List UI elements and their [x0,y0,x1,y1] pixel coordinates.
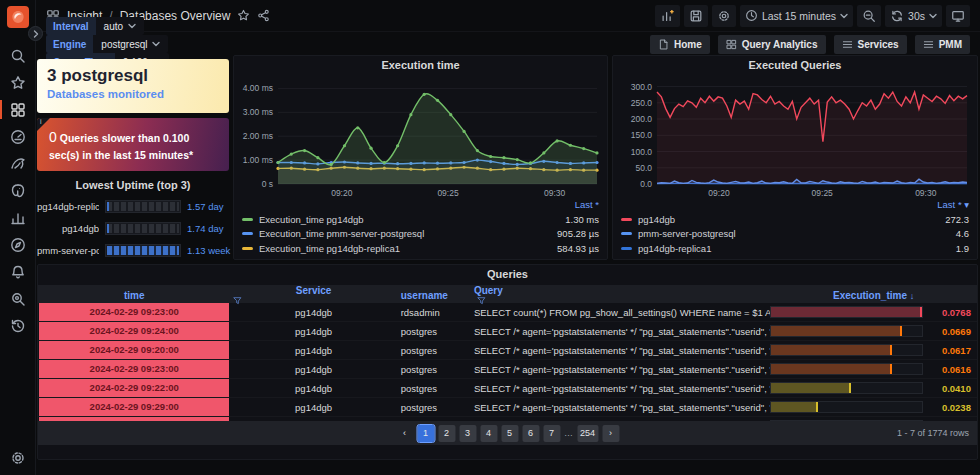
time-range-picker[interactable]: Last 15 minutes [740,5,853,27]
pmm-logo[interactable] [7,6,29,28]
table-row[interactable]: 2024-02-29 09:23:00pg14dgbpostgresSELECT… [38,360,977,379]
cell-query: SELECT count(*) FROM pg_show_all_setting… [470,307,770,318]
search-icon [10,48,26,64]
star-outline-icon[interactable] [237,9,250,22]
cell-time: 2024-02-29 09:23:00 [39,360,229,378]
uptime-bar-fill [107,202,109,211]
nav-link-home[interactable]: Home [650,35,710,54]
filter-value-dropdown[interactable]: auto [96,17,144,35]
pagination-page-5[interactable]: 5 [501,425,518,442]
legend-label: pg14dgb-replica1 [638,243,711,254]
pagination-page-4[interactable]: 4 [480,425,497,442]
uptime-bar-fill [107,224,109,233]
svg-text:1.00 ms: 1.00 ms [243,155,273,165]
panel-title[interactable]: Executed Queries [613,56,977,74]
explore-compass-icon [10,237,26,253]
cell-time: 2024-02-29 09:24:00 [39,322,229,340]
legend-swatch [242,247,253,250]
table-row[interactable]: 2024-02-29 09:24:00pg14dgbpostgresSELECT… [38,322,977,341]
execution-time-bar [770,363,923,375]
table-row[interactable]: 2024-02-29 09:23:00pg14dgbrdsadminSELECT… [38,303,977,322]
pagination-page-1[interactable]: 1 [417,425,434,442]
sidebar-item-search[interactable] [0,42,36,69]
save-icon [689,9,703,23]
databases-monitored-value: 3 postgresql [47,66,219,86]
nav-link-services[interactable]: Services [834,35,907,54]
pagination-prev[interactable]: ‹ [396,425,413,442]
sidebar-item-history[interactable] [0,312,36,339]
svg-text:0 s: 0 s [262,179,273,189]
legend-value: 1.9 [956,243,969,254]
execution-time-bar-fill [771,326,902,336]
svg-text:200.0: 200.0 [631,114,653,124]
legend-header-last[interactable]: Last * [242,199,599,212]
legend-item[interactable]: pg14dgb-replica11.9 [621,241,969,256]
cell-execution-time-value: 0.0410 [929,383,977,394]
zoom-out-time-button[interactable] [857,5,881,27]
kiosk-mode-button[interactable] [946,5,970,27]
gear-icon [717,9,731,23]
legend-item[interactable]: Execution_time pg14dgb-replica1584.93 µs [242,241,599,256]
table-row[interactable]: 2024-02-29 09:29:00pg14dgbpostgresSELECT… [38,398,977,417]
table-row[interactable]: 2024-02-29 09:22:00pg14dgbpostgresSELECT… [38,379,977,398]
sidebar-item-alerting[interactable] [0,258,36,285]
postgresql-elephant-icon [10,183,26,199]
nav-link-pmm[interactable]: PMM [915,35,970,54]
add-panel-button[interactable] [655,5,680,27]
toolbar-buttons: HomeQuery AnalyticsServicesPMM [650,35,970,54]
uptime-bar [105,222,181,235]
sidebar-item-settings[interactable] [0,444,36,471]
sidebar-item-dashboards[interactable] [0,96,36,123]
filter-value-dropdown[interactable]: postgresql [93,35,168,53]
settings-gear-icon [10,450,26,466]
share-icon[interactable] [257,9,270,22]
lowest-uptime-panel: Lowest Uptime (top 3) pg14dgb-replica11.… [37,176,229,260]
legend-header-last[interactable]: Last * ▾ [621,199,969,212]
pagination-page-7[interactable]: 7 [543,425,560,442]
cell-time: 2024-02-29 09:23:00 [39,303,229,321]
sidebar-item-postgresql[interactable] [0,177,36,204]
refresh-button[interactable]: 30s [885,5,942,27]
panel-title[interactable]: Execution time [234,56,607,74]
pagination-pages: ‹1234567…254› [396,425,619,442]
column-header-query[interactable]: Query [470,285,770,305]
cell-service: pg14dgb [230,364,396,375]
legend-item[interactable]: Execution_time pmm-server-postgresql905.… [242,227,599,242]
svg-text:09:20: 09:20 [331,188,353,198]
panel-title[interactable]: Lowest Uptime (top 3) [37,176,229,194]
sidebar-item-explore[interactable] [0,231,36,258]
sidebar-expand-button[interactable] [28,26,43,41]
pagination-page-3[interactable]: 3 [459,425,476,442]
sidebar-item-mysql[interactable] [0,150,36,177]
column-header-time[interactable]: time [38,290,230,301]
pagination-page-2[interactable]: 2 [438,425,455,442]
sidebar-item-query-analytics[interactable] [0,285,36,312]
legend-item[interactable]: pmm-server-postgresql4.6 [621,227,969,242]
legend-item[interactable]: Execution_time pg14dgb1.30 ms [242,212,599,227]
executed-queries-chart[interactable]: 0.050.0100.0150.0200.0250.0300.009:2009:… [613,74,977,199]
panel-title[interactable]: Queries [38,265,977,283]
pagination-next[interactable]: › [602,425,619,442]
sidebar [0,0,36,475]
variables-toolbar: IntervalautoEnginepostgresqlQuery Time0.… [36,32,980,56]
dashboard-settings-button[interactable] [712,5,736,27]
legend-item[interactable]: pg14dgb272.3 [621,212,969,227]
execution-time-chart[interactable]: 0 s1.00 ms2.00 ms3.00 ms4.00 ms09:2009:2… [234,74,607,199]
uptime-rows: pg14dgb-replica11.57 daypg14dgb1.74 dayp… [37,196,229,260]
table-row[interactable]: 2024-02-29 09:20:00pg14dgbpostgresSELECT… [38,341,977,360]
column-header-execution_time[interactable]: Execution_time ↓ [770,290,977,301]
save-dashboard-button[interactable] [684,5,708,27]
sidebar-item-query-stats[interactable] [0,204,36,231]
column-header-username[interactable]: username [397,290,470,301]
execution-time-bar [770,344,923,356]
pagination-page-6[interactable]: 6 [522,425,539,442]
execution-time-legend: Last *Execution_time pg14dgb1.30 msExecu… [234,199,607,256]
sidebar-item-starred[interactable] [0,69,36,96]
nav-link-query-analytics[interactable]: Query Analytics [718,35,826,54]
dashboards-grid-icon [10,102,26,118]
pagination-page-254[interactable]: 254 [577,425,598,442]
column-header-service[interactable]: Service [230,285,396,305]
svg-text:4.00 ms: 4.00 ms [243,83,273,93]
sidebar-item-node[interactable] [0,123,36,150]
uptime-bar-fill [107,246,179,255]
